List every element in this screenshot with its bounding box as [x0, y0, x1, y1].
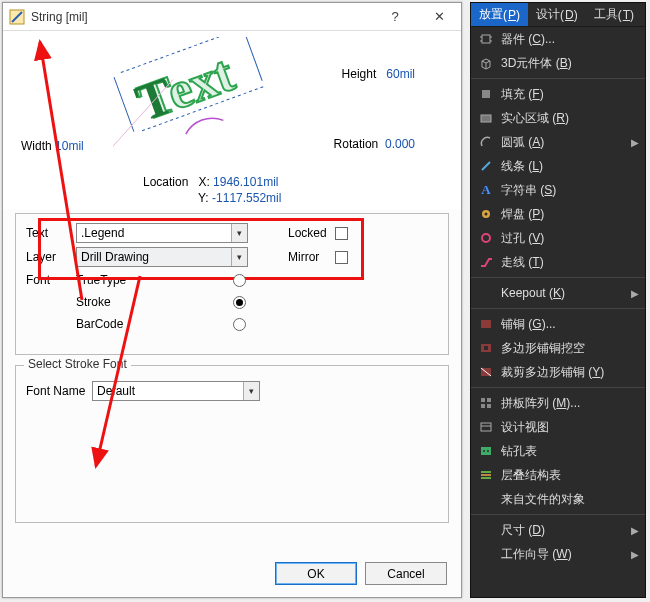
solid-icon — [477, 109, 495, 127]
menu-item[interactable]: 填充 (F) — [471, 82, 645, 106]
menu-item[interactable]: 3D元件体 (B) — [471, 51, 645, 75]
menu-item[interactable]: Keepout (K)▶ — [471, 281, 645, 305]
submenu-arrow-icon: ▶ — [629, 288, 639, 299]
loc-y-label: Y: — [198, 191, 209, 205]
menu-item-label: 层叠结构表 — [501, 467, 639, 484]
menu-item[interactable]: 器件 (C)... — [471, 27, 645, 51]
svg-point-19 — [482, 234, 490, 242]
menu-item-label: 设计视图 — [501, 419, 639, 436]
menu-item[interactable]: 实心区域 (R) — [471, 106, 645, 130]
menu-item-label: 实心区域 (R) — [501, 110, 639, 127]
app-icon — [9, 9, 25, 25]
menu-item-label: 器件 (C)... — [501, 31, 639, 48]
blank-icon — [477, 545, 495, 563]
chevron-down-icon[interactable]: ▾ — [231, 224, 247, 242]
menu-item[interactable]: 钻孔表 — [471, 439, 645, 463]
stroke-font-legend: Select Stroke Font — [24, 357, 131, 371]
svg-line-5 — [243, 37, 262, 81]
square-icon — [477, 85, 495, 103]
cube-icon — [477, 54, 495, 72]
string-properties-dialog: String [mil] ? ✕ Text Text T — [2, 2, 462, 598]
polycut-icon — [477, 339, 495, 357]
svg-rect-14 — [482, 90, 490, 98]
menu-item[interactable]: 铺铜 (G)... — [471, 312, 645, 336]
svg-rect-31 — [481, 447, 491, 455]
fontname-dropdown[interactable]: Default ▾ — [92, 381, 260, 401]
menu-item[interactable]: 焊盘 (P) — [471, 202, 645, 226]
svg-rect-15 — [481, 115, 491, 122]
menu-item[interactable]: 尺寸 (D)▶ — [471, 518, 645, 542]
submenu-arrow-icon: ▶ — [629, 549, 639, 560]
place-menu-panel: 放置 (P) 设计 (D) 工具 (T) 器件 (C)...3D元件体 (B)填… — [470, 2, 646, 598]
locked-checkbox[interactable] — [335, 227, 348, 240]
menu-item-label: 来自文件的对象 — [501, 491, 639, 508]
menu-item[interactable]: 多边形铺铜挖空 — [471, 336, 645, 360]
chip-icon — [477, 30, 495, 48]
menu-item[interactable]: 来自文件的对象 — [471, 487, 645, 511]
svg-rect-34 — [481, 471, 491, 473]
tab-tools[interactable]: 工具 (T) — [586, 3, 642, 26]
menu-item[interactable]: 圆弧 (A)▶ — [471, 130, 645, 154]
menu-separator — [471, 387, 645, 388]
svg-rect-36 — [481, 477, 491, 479]
text-dropdown[interactable]: .Legend ▾ — [76, 223, 248, 243]
menu-item[interactable]: 走线 (T) — [471, 250, 645, 274]
preview-area: Text Text T Width 10mil Height 60mil — [3, 31, 461, 209]
menu-separator — [471, 308, 645, 309]
svg-rect-22 — [484, 346, 488, 350]
svg-rect-35 — [481, 474, 491, 476]
mirror-checkbox[interactable] — [335, 251, 348, 264]
drilltab-icon — [477, 442, 495, 460]
tab-design[interactable]: 设计 (D) — [528, 3, 586, 26]
panel-icon — [477, 394, 495, 412]
menu-item[interactable]: 线条 (L) — [471, 154, 645, 178]
menu-item-label: 尺寸 (D) — [501, 522, 629, 539]
loc-y-value[interactable]: -1117.552mil — [212, 191, 281, 205]
stroke-label: Stroke — [76, 295, 111, 309]
layer-label: Layer — [26, 250, 76, 264]
menu-separator — [471, 514, 645, 515]
chevron-down-icon[interactable]: ▾ — [243, 382, 259, 400]
menu-item-label: 多边形铺铜挖空 — [501, 340, 639, 357]
loc-x-value[interactable]: 1946.101mil — [213, 175, 278, 189]
menu-item[interactable]: 裁剪多边形铺铜 (Y) — [471, 360, 645, 384]
menu-item-label: 过孔 (V) — [501, 230, 639, 247]
barcode-radio[interactable] — [233, 318, 246, 331]
dialog-buttons: OK Cancel — [3, 550, 461, 597]
truetype-label: TrueType — [76, 273, 126, 287]
menu-separator — [471, 78, 645, 79]
truetype-radio[interactable] — [233, 274, 246, 287]
layer-dropdown[interactable]: Drill Drawing ▾ — [76, 247, 248, 267]
blank-icon — [477, 284, 495, 302]
close-button[interactable]: ✕ — [417, 3, 461, 31]
menu-item-label: 工作向导 (W) — [501, 546, 629, 563]
location-label: Location — [143, 175, 188, 189]
menu-separator — [471, 277, 645, 278]
width-label: Width — [21, 139, 52, 153]
menu-bar: 放置 (P) 设计 (D) 工具 (T) — [471, 3, 645, 27]
svg-rect-25 — [481, 398, 485, 402]
locked-label: Locked — [288, 226, 327, 240]
help-button[interactable]: ? — [373, 3, 417, 31]
menu-item-label: 字符串 (S) — [501, 182, 639, 199]
font-label: Font — [26, 273, 76, 287]
menu-item[interactable]: 层叠结构表 — [471, 463, 645, 487]
via-icon — [477, 229, 495, 247]
menu-item-label: 3D元件体 (B) — [501, 55, 639, 72]
barcode-label: BarCode — [76, 317, 123, 331]
menu-item[interactable]: 过孔 (V) — [471, 226, 645, 250]
stroke-radio[interactable] — [233, 296, 246, 309]
menu-item[interactable]: 设计视图 — [471, 415, 645, 439]
chevron-down-icon[interactable]: ▾ — [231, 248, 247, 266]
cancel-button[interactable]: Cancel — [365, 562, 447, 585]
tab-place[interactable]: 放置 (P) — [471, 3, 528, 26]
menu-item-label: 钻孔表 — [501, 443, 639, 460]
menu-item[interactable]: 工作向导 (W)▶ — [471, 542, 645, 566]
rotation-value[interactable]: 0.000 — [385, 137, 415, 151]
ok-button[interactable]: OK — [275, 562, 357, 585]
width-value[interactable]: 10mil — [55, 139, 84, 153]
menu-item[interactable]: 拼板阵列 (M)... — [471, 391, 645, 415]
menu-item-label: 圆弧 (A) — [501, 134, 629, 151]
height-value[interactable]: 60mil — [386, 67, 415, 81]
menu-item[interactable]: A字符串 (S) — [471, 178, 645, 202]
